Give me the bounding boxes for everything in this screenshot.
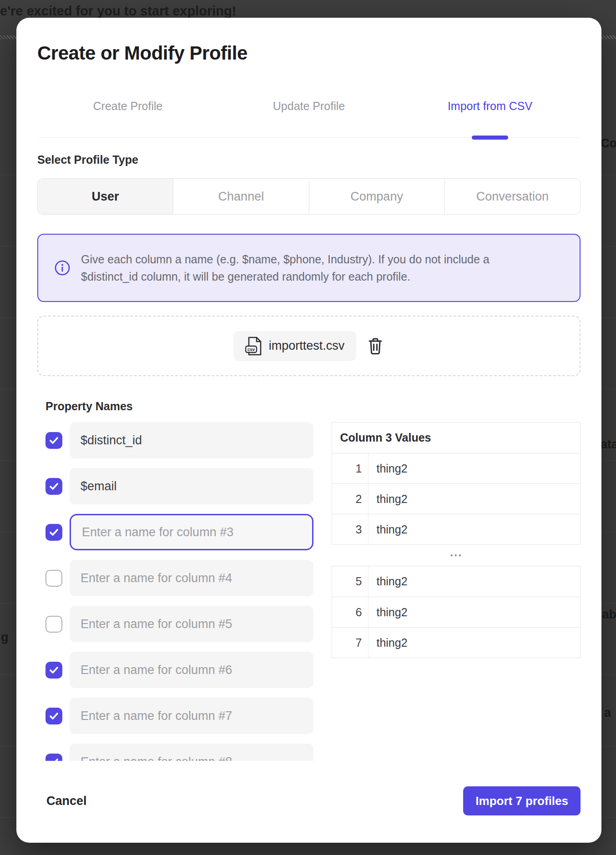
table-row: 1 thing2 <box>332 453 580 483</box>
column-6-name-input[interactable] <box>70 652 313 688</box>
checkmark-icon <box>49 435 59 446</box>
column-3-name-input[interactable] <box>70 514 313 550</box>
column-7-checkbox[interactable] <box>45 708 62 724</box>
tab-divider <box>37 137 581 138</box>
create-or-modify-profile-dialog: Create or Modify Profile Create Profile … <box>16 18 601 843</box>
column-4-checkbox[interactable] <box>45 570 62 587</box>
profile-type-segmented-control: User Channel Company Conversation <box>37 178 581 215</box>
property-row-4 <box>45 560 313 596</box>
rows-ellipsis: ... <box>332 545 581 566</box>
column-values-header: Column 3 Values <box>332 422 580 453</box>
column-3-checkbox[interactable] <box>45 524 62 541</box>
table-row: 7 thing2 <box>332 627 580 658</box>
checkmark-icon <box>49 711 59 721</box>
csv-file-icon: csv <box>245 336 263 356</box>
dialog-title: Create or Modify Profile <box>37 41 581 65</box>
tab-import-from-csv[interactable]: Import from CSV <box>399 100 581 113</box>
profile-type-channel[interactable]: Channel <box>173 179 309 214</box>
tab-update-profile[interactable]: Update Profile <box>218 100 399 113</box>
dialog-footer: Cancel Import 7 profiles <box>37 786 581 815</box>
row-index: 3 <box>332 514 369 544</box>
column-1-name-input[interactable] <box>70 422 313 458</box>
background-hatch-right <box>600 35 616 39</box>
column-values-table-top: Column 3 Values 1 thing2 2 thing2 3 thin… <box>332 422 581 545</box>
checkmark-icon <box>49 665 59 675</box>
property-row-3 <box>45 514 313 550</box>
info-banner-text: Give each column a name (e.g. $name, $ph… <box>81 251 490 285</box>
profile-type-conversation[interactable]: Conversation <box>445 179 580 214</box>
table-row: 6 thing2 <box>332 597 580 627</box>
row-value: thing2 <box>369 514 580 544</box>
property-name-list <box>45 422 313 761</box>
background-hatch-left <box>0 35 16 39</box>
property-row-6 <box>45 652 313 688</box>
property-names-heading: Property Names <box>45 400 581 413</box>
checkmark-icon <box>49 481 59 492</box>
csv-upload-dropzone[interactable]: csv importtest.csv <box>37 316 581 376</box>
column-2-checkbox[interactable] <box>45 478 62 495</box>
background-text-fragment: a <box>604 706 611 720</box>
property-row-8 <box>45 744 313 761</box>
profile-type-user[interactable]: User <box>38 179 173 214</box>
uploaded-file-chip[interactable]: csv importtest.csv <box>233 331 357 361</box>
profile-type-company[interactable]: Company <box>309 179 445 214</box>
row-value: thing2 <box>369 628 580 658</box>
column-values-table-bottom: 5 thing2 6 thing2 7 thing2 <box>332 566 581 658</box>
tab-create-profile[interactable]: Create Profile <box>37 100 218 113</box>
checkmark-icon <box>49 527 59 538</box>
background-text-fragment: ata <box>601 438 616 452</box>
row-value: thing2 <box>369 484 580 514</box>
row-index: 1 <box>332 453 369 483</box>
delete-file-button[interactable] <box>366 336 384 356</box>
property-row-5 <box>45 606 313 642</box>
uploaded-filename: importtest.csv <box>269 339 345 353</box>
table-row: 5 thing2 <box>332 566 580 597</box>
mapping-section: Column 3 Values 1 thing2 2 thing2 3 thin… <box>37 422 581 761</box>
table-row: 2 thing2 <box>332 483 580 514</box>
column-6-checkbox[interactable] <box>45 662 62 679</box>
row-index: 6 <box>332 597 369 627</box>
column-5-name-input[interactable] <box>70 606 313 642</box>
column-1-checkbox[interactable] <box>45 432 62 449</box>
trash-icon <box>368 337 383 355</box>
svg-text:csv: csv <box>247 347 255 352</box>
dialog-tabs: Create Profile Update Profile Import fro… <box>37 100 581 113</box>
import-profiles-button[interactable]: Import 7 profiles <box>463 786 581 815</box>
column-8-name-input[interactable] <box>70 744 313 761</box>
cancel-button[interactable]: Cancel <box>46 794 87 808</box>
info-banner: Give each column a name (e.g. $name, $ph… <box>37 234 581 302</box>
background-page-text: e're excited for you to start exploring! <box>0 4 236 19</box>
row-index: 7 <box>332 628 369 658</box>
select-profile-type-label: Select Profile Type <box>37 153 581 166</box>
background-text-fragment: g <box>1 630 9 644</box>
row-value: thing2 <box>369 597 580 627</box>
column-4-name-input[interactable] <box>70 560 313 596</box>
row-value: thing2 <box>369 453 580 483</box>
active-tab-underline <box>472 136 508 140</box>
row-index: 5 <box>332 566 369 597</box>
background-text-fragment: Col <box>601 136 616 151</box>
info-icon <box>55 260 70 276</box>
column-5-checkbox[interactable] <box>45 616 62 633</box>
column-2-name-input[interactable] <box>70 468 313 504</box>
table-row: 3 thing2 <box>332 514 580 544</box>
row-value: thing2 <box>369 566 580 597</box>
row-index: 2 <box>332 484 369 514</box>
checkmark-icon <box>49 757 59 761</box>
column-8-checkbox[interactable] <box>45 754 62 761</box>
column-values-preview: Column 3 Values 1 thing2 2 thing2 3 thin… <box>332 422 581 761</box>
property-row-1 <box>45 422 313 458</box>
property-row-2 <box>45 468 313 504</box>
property-row-7 <box>45 698 313 734</box>
column-7-name-input[interactable] <box>70 698 313 734</box>
